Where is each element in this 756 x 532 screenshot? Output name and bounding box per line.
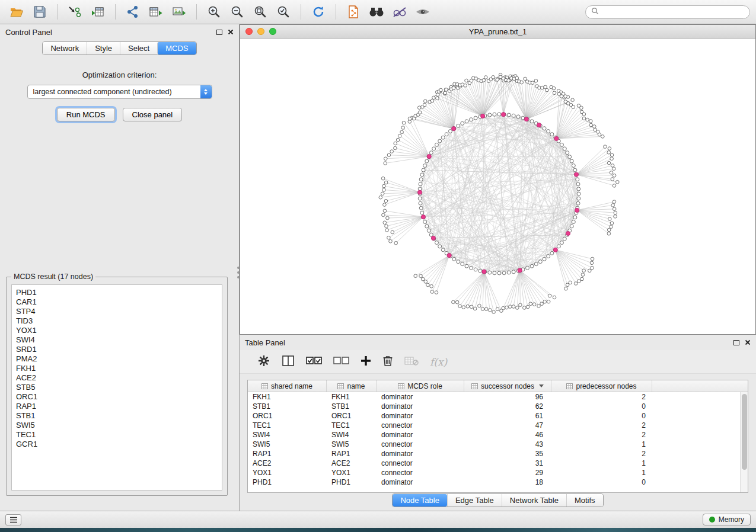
open-folder-icon[interactable] [6, 2, 27, 21]
mcds-result-node[interactable]: SRD1 [16, 345, 218, 354]
table-row[interactable]: ACE2 ACE2 connector 31 1 [248, 459, 748, 468]
network-titlebar[interactable]: YPA_prune.txt_1 [240, 25, 755, 39]
tab-motifs[interactable]: Motifs [566, 494, 603, 507]
mcds-result-node[interactable]: PMA2 [16, 354, 218, 364]
refresh-icon[interactable] [308, 2, 329, 21]
export-table-icon[interactable] [145, 2, 167, 21]
clear-checks-icon[interactable] [333, 356, 349, 367]
mcds-result-node[interactable]: YOX1 [16, 326, 218, 335]
mcds-result-node[interactable]: TEC1 [16, 430, 218, 440]
cell-mcds-role: connector [377, 421, 464, 430]
mcds-result-node[interactable]: SWI4 [16, 335, 218, 345]
column-header-shared-name[interactable]: shared name [248, 380, 327, 392]
window-minimize-icon[interactable] [257, 28, 264, 35]
window-maximize-icon[interactable] [269, 28, 276, 35]
close-panel-icon[interactable] [745, 338, 751, 347]
table-row[interactable]: ORC1 ORC1 dominator 61 0 [248, 411, 748, 421]
sort-chevron-icon[interactable] [539, 384, 544, 387]
split-columns-icon[interactable] [282, 355, 295, 368]
network-graph[interactable] [240, 39, 755, 334]
run-mcds-button[interactable]: Run MCDS [57, 108, 115, 121]
tab-network-table[interactable]: Network Table [502, 494, 566, 507]
float-panel-icon[interactable] [733, 340, 739, 345]
import-network-icon[interactable] [64, 2, 85, 21]
tab-network[interactable]: Network [43, 42, 87, 55]
panel-menu-button[interactable] [5, 514, 21, 525]
export-network-icon[interactable] [122, 2, 143, 21]
tab-edge-table[interactable]: Edge Table [447, 494, 502, 507]
mcds-result-list[interactable]: PHD1 CAR1 STP4 TID3 YOX1 SWI4 SRD1 PMA2 … [11, 284, 222, 491]
mcds-result-node[interactable]: GCR1 [16, 440, 218, 449]
mcds-result-node[interactable]: STB5 [16, 383, 218, 392]
table-row[interactable]: SWI5 SWI5 connector 43 1 [248, 440, 748, 449]
import-table-icon[interactable] [87, 2, 109, 21]
cell-shared-name: FKH1 [248, 393, 327, 401]
toolbar-separator [301, 4, 301, 20]
mcds-result-node[interactable]: ORC1 [16, 392, 218, 402]
search-box[interactable] [585, 5, 750, 19]
mcds-result-title: MCDS result (17 nodes) [11, 273, 95, 281]
cell-predecessor-nodes: 0 [551, 478, 652, 486]
tab-select[interactable]: Select [120, 42, 157, 55]
cell-shared-name: SWI4 [248, 431, 327, 439]
cell-name: ORC1 [327, 412, 377, 420]
cell-successor-nodes: 43 [464, 440, 551, 448]
table-row[interactable]: RAP1 RAP1 dominator 35 2 [248, 449, 748, 459]
mcds-result-node[interactable]: CAR1 [16, 297, 218, 307]
export-image-icon[interactable] [168, 2, 190, 21]
cell-predecessor-nodes: 1 [551, 440, 652, 448]
cell-successor-nodes: 35 [464, 450, 551, 458]
table-row[interactable]: YOX1 YOX1 connector 29 1 [248, 468, 748, 477]
zoom-in-icon[interactable] [203, 2, 225, 21]
column-header-predecessor-nodes[interactable]: predecessor nodes [551, 380, 652, 392]
show-eye-icon[interactable] [412, 2, 433, 21]
tab-node-table[interactable]: Node Table [393, 494, 447, 507]
column-header-mcds-role[interactable]: MCDS role [377, 380, 464, 392]
close-panel-icon[interactable] [228, 28, 234, 37]
zoom-fit-icon[interactable] [250, 2, 271, 21]
node-table: shared name name MCDS role successor nod… [247, 380, 748, 493]
table-scrollbar[interactable] [740, 392, 748, 492]
table-row[interactable]: PHD1 PHD1 dominator 18 0 [248, 477, 748, 487]
zoom-selected-icon[interactable] [273, 2, 294, 21]
select-checks-icon[interactable] [306, 356, 322, 367]
table-toolbar: f(x) [240, 350, 756, 374]
mcds-result-node[interactable]: STP4 [16, 307, 218, 316]
add-column-icon[interactable] [361, 355, 371, 368]
window-close-icon[interactable] [245, 28, 253, 35]
table-row[interactable]: FKH1 FKH1 dominator 96 2 [248, 392, 748, 402]
close-panel-button[interactable]: Close panel [123, 108, 183, 121]
tab-mcds[interactable]: MCDS [157, 42, 196, 55]
column-type-icon [566, 383, 573, 389]
cell-name: SWI4 [327, 431, 377, 439]
copy-network-icon[interactable] [343, 2, 364, 21]
settings-gear-icon[interactable] [257, 354, 270, 369]
mcds-result-node[interactable]: FKH1 [16, 364, 218, 373]
criterion-dropdown[interactable]: largest connected component (undirected) [27, 85, 212, 99]
tab-style[interactable]: Style [87, 42, 120, 55]
zoom-out-icon[interactable] [227, 2, 248, 21]
hide-glasses-icon[interactable] [389, 2, 410, 21]
table-row[interactable]: STB1 STB1 dominator 62 0 [248, 402, 748, 411]
column-header-successor-nodes[interactable]: successor nodes [464, 380, 551, 392]
mcds-result-node[interactable]: SWI5 [16, 421, 218, 430]
mcds-result-node[interactable]: TID3 [16, 316, 218, 326]
memory-button[interactable]: Memory [703, 514, 751, 525]
search-input[interactable] [602, 8, 744, 16]
mcds-result-node[interactable]: ACE2 [16, 373, 218, 383]
float-panel-icon[interactable] [216, 30, 222, 35]
delete-column-icon[interactable] [382, 355, 393, 368]
mcds-result-node[interactable]: STB1 [16, 411, 218, 421]
network-canvas[interactable] [240, 39, 755, 334]
cell-mcds-role: dominator [377, 431, 464, 439]
mcds-result-node[interactable]: RAP1 [16, 402, 218, 411]
mcds-result-node[interactable]: PHD1 [16, 288, 218, 297]
scrollbar-thumb[interactable] [742, 394, 747, 470]
dropdown-stepper-icon [200, 85, 212, 98]
table-row[interactable]: SWI4 SWI4 dominator 46 2 [248, 430, 748, 440]
table-row[interactable]: TEC1 TEC1 connector 47 2 [248, 421, 748, 430]
column-header-name[interactable]: name [327, 380, 377, 392]
save-icon[interactable] [29, 2, 50, 21]
cell-successor-nodes: 18 [464, 478, 551, 486]
search-network-icon[interactable] [366, 2, 387, 21]
